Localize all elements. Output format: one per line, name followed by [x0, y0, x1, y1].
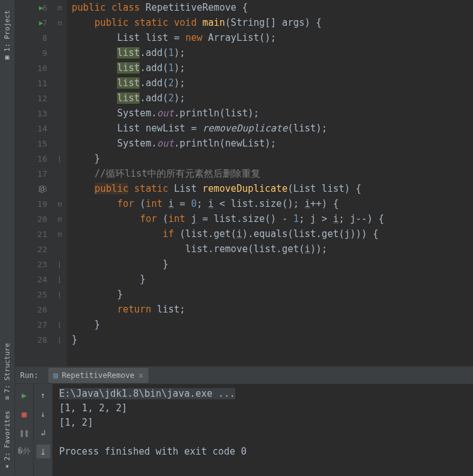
run-header: Run: ▤ RepetitiveRemove × [15, 367, 473, 384]
run-tab-name: RepetitiveRemove [62, 371, 135, 380]
fold-marker[interactable] [53, 136, 67, 151]
sidebar-tab-project[interactable]: ▣ 1: Project [2, 5, 13, 67]
fold-marker[interactable]: ⊟ [53, 211, 67, 226]
gutter-line[interactable]: 28 [15, 332, 52, 347]
run-panel: Run: ▤ RepetitiveRemove × ▶ ■ ❚❚ �外 ↑ ↓ … [15, 366, 473, 476]
down-icon[interactable]: ↓ [36, 407, 50, 421]
gutter-line[interactable]: 11 [15, 75, 52, 91]
gutter-line[interactable]: 7▶ [15, 15, 52, 30]
code-line[interactable]: if (list.get(i).equals(list.get(j))) { [72, 226, 473, 241]
editor: 6▶7▶89101112131415161718@192021222324252… [15, 0, 473, 366]
fold-marker[interactable]: ⊟ [53, 196, 67, 211]
exit-button[interactable]: �外 [18, 445, 31, 458]
gutter-line[interactable]: 18@ [15, 181, 52, 196]
scroll-icon[interactable]: ⤓ [36, 445, 50, 458]
up-icon[interactable]: ↑ [36, 388, 50, 402]
fold-marker[interactable]: ⊟ [53, 0, 67, 15]
fold-marker[interactable] [53, 121, 67, 136]
code-line[interactable]: List newList = removeDuplicate(list); [72, 121, 473, 136]
code-line[interactable]: } [72, 272, 473, 287]
fold-marker[interactable]: ⌊ [53, 272, 67, 287]
sidebar-tab-label: 7: Structure [3, 343, 11, 393]
fold-marker[interactable]: ⌊ [53, 317, 67, 332]
code-line[interactable]: public static void main(String[] args) { [72, 15, 473, 30]
fold-marker[interactable] [53, 302, 67, 317]
close-icon[interactable]: × [138, 370, 143, 380]
console-line: [1, 2] [59, 416, 467, 430]
pause-button[interactable]: ❚❚ [18, 426, 31, 440]
code-line[interactable]: for (int j = list.size() - 1; j > i; j--… [72, 211, 473, 226]
code-line[interactable]: System.out.println(list); [72, 106, 473, 121]
gutter-line[interactable]: 8 [15, 30, 52, 45]
gutter-line[interactable]: 13 [15, 106, 52, 121]
main-area: 6▶7▶89101112131415161718@192021222324252… [15, 0, 473, 476]
fold-marker[interactable]: ⌊ [53, 287, 67, 302]
gutter-line[interactable]: 14 [15, 121, 52, 136]
gutter-line[interactable]: 6▶ [15, 0, 52, 15]
fold-marker[interactable]: ⊟ [53, 15, 67, 30]
gutter-line[interactable]: 16 [15, 151, 52, 166]
gutter-line[interactable]: 22 [15, 241, 52, 257]
gutter-line[interactable]: 24 [15, 272, 52, 287]
fold-marker[interactable]: ⌊ [53, 257, 67, 272]
code-line[interactable]: public class RepetitiveRemove { [72, 0, 473, 15]
fold-marker[interactable] [53, 30, 67, 45]
code-line[interactable]: } [72, 287, 473, 302]
code-line[interactable]: } [72, 317, 473, 332]
code-line[interactable]: List list = new ArrayList(); [72, 30, 473, 45]
fold-marker[interactable]: ⊟ [53, 226, 67, 241]
fold-marker[interactable] [53, 91, 67, 106]
run-tab[interactable]: ▤ RepetitiveRemove × [48, 368, 148, 383]
code-line[interactable]: list.add(1); [72, 45, 473, 60]
sidebar-tab-favorites[interactable]: ★ 2: Favorites [2, 406, 13, 476]
gutter-line[interactable]: 17 [15, 166, 52, 181]
run-gutter-icon[interactable]: ▶ [39, 19, 43, 27]
fold-marker[interactable] [53, 241, 67, 257]
code-line[interactable]: public static List removeDuplicate(List … [72, 181, 473, 196]
gutter-line[interactable]: 10 [15, 60, 52, 75]
rerun-button[interactable]: ▶ [18, 388, 31, 402]
fold-marker[interactable] [53, 181, 67, 196]
fold-marker[interactable] [53, 106, 67, 121]
gutter-line[interactable]: 21 [15, 226, 52, 241]
fold-marker[interactable] [53, 60, 67, 75]
run-body: ▶ ■ ❚❚ �外 ↑ ↓ ↲ ⤓ E:\Java\jdk1.8\bin\jav… [15, 384, 473, 476]
console-line: [1, 1, 2, 2] [59, 401, 467, 416]
console-line: Process finished with exit code 0 [59, 445, 467, 459]
code-line[interactable]: System.out.println(newList); [72, 136, 473, 151]
code-line[interactable]: } [72, 151, 473, 166]
gutter-line[interactable]: 20 [15, 211, 52, 226]
override-icon[interactable]: @ [39, 184, 44, 194]
left-sidebar: ▣ 1: Project ≡ 7: Structure ★ 2: Favorit… [0, 0, 15, 476]
sidebar-tab-structure[interactable]: ≡ 7: Structure [2, 338, 13, 405]
fold-marker[interactable]: ⌊ [53, 332, 67, 347]
gutter-line[interactable]: 9 [15, 45, 52, 60]
gutter-line[interactable]: 12 [15, 91, 52, 106]
gutter-line[interactable]: 25 [15, 287, 52, 302]
run-gutter-icon[interactable]: ▶ [39, 4, 43, 12]
gutter-line[interactable]: 15 [15, 136, 52, 151]
fold-marker[interactable] [53, 75, 67, 91]
code-area[interactable]: public class RepetitiveRemove { public s… [67, 0, 473, 366]
code-line[interactable]: } [72, 257, 473, 272]
fold-marker[interactable] [53, 45, 67, 60]
code-line[interactable]: } [72, 332, 473, 347]
wrap-icon[interactable]: ↲ [36, 426, 50, 440]
gutter-line[interactable]: 19 [15, 196, 52, 211]
gutter-line[interactable]: 27 [15, 317, 52, 332]
run-toolbar-left: ▶ ■ ❚❚ �外 [15, 384, 34, 476]
stop-button[interactable]: ■ [18, 407, 31, 421]
code-line[interactable]: list.add(2); [72, 75, 473, 91]
code-line[interactable]: list.add(1); [72, 60, 473, 75]
gutter: 6▶7▶89101112131415161718@192021222324252… [15, 0, 53, 366]
code-line[interactable]: list.remove(list.get(i)); [72, 241, 473, 257]
gutter-line[interactable]: 26 [15, 302, 52, 317]
gutter-line[interactable]: 23 [15, 257, 52, 272]
fold-marker[interactable]: ⌊ [53, 151, 67, 166]
console-output[interactable]: E:\Java\jdk1.8\bin\java.exe ...[1, 1, 2,… [53, 384, 473, 476]
code-line[interactable]: list.add(2); [72, 91, 473, 106]
code-line[interactable]: //循环list中的所有元素然后删除重复 [72, 166, 473, 181]
code-line[interactable]: for (int i = 0; i < list.size(); i++) { [72, 196, 473, 211]
fold-marker[interactable] [53, 166, 67, 181]
code-line[interactable]: return list; [72, 302, 473, 317]
